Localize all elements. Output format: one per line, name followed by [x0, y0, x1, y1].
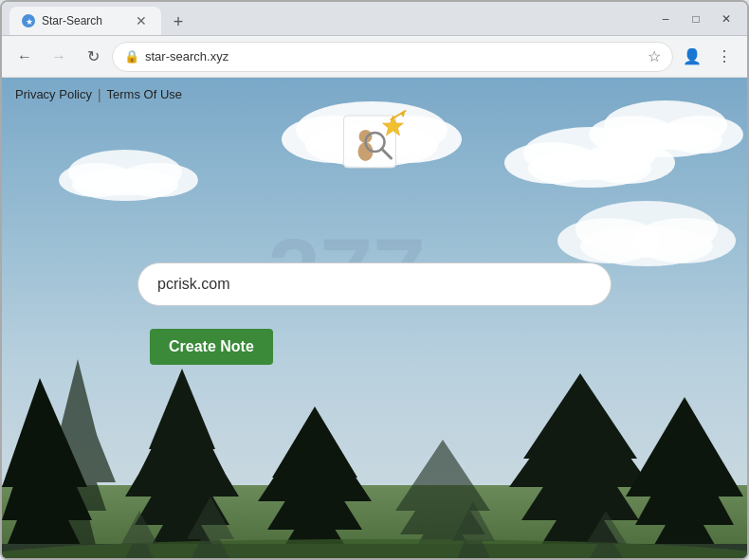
profile-button[interactable]: 👤	[677, 42, 707, 72]
nav-bar: ← → ↻ 🔒 star-search.xyz ☆ 👤 ⋮	[2, 36, 747, 78]
tab-area: ★ Star-Search ✕ +	[9, 2, 649, 35]
svg-marker-33	[149, 369, 215, 449]
back-button[interactable]: ←	[9, 42, 40, 72]
site-logo	[339, 106, 411, 177]
close-button[interactable]: ✕	[713, 6, 740, 32]
trees-layer	[2, 151, 747, 558]
window-controls: – □ ✕	[652, 6, 740, 32]
tab-title: Star-Search	[42, 14, 102, 27]
search-input[interactable]	[137, 262, 612, 306]
maximize-button[interactable]: □	[683, 6, 709, 32]
nav-extras: 👤 ⋮	[677, 42, 740, 72]
lock-icon: 🔒	[124, 49, 139, 63]
terms-of-use-link[interactable]: Terms Of Use	[101, 85, 188, 103]
title-bar: ★ Star-Search ✕ + – □ ✕	[2, 2, 747, 36]
logo-area	[339, 106, 411, 177]
tab-favicon-icon: ★	[21, 13, 36, 28]
top-links: Privacy Policy | Terms Of Use	[9, 85, 188, 103]
create-note-button[interactable]: Create Note	[150, 329, 273, 365]
svg-text:★: ★	[26, 17, 33, 27]
tab-close-button[interactable]: ✕	[133, 12, 150, 29]
bookmark-icon[interactable]: ☆	[648, 47, 661, 65]
new-tab-button[interactable]: +	[165, 9, 192, 35]
menu-button[interactable]: ⋮	[709, 42, 740, 72]
search-bar-container	[137, 262, 612, 306]
reload-button[interactable]: ↻	[78, 42, 108, 72]
privacy-policy-link[interactable]: Privacy Policy	[9, 85, 98, 103]
svg-marker-54	[395, 440, 490, 511]
svg-point-57	[2, 539, 747, 558]
svg-marker-38	[272, 406, 357, 478]
minimize-button[interactable]: –	[652, 6, 679, 32]
url-text: star-search.xyz	[145, 49, 642, 63]
page-content: 277	[2, 78, 747, 558]
forward-button[interactable]: →	[44, 42, 74, 72]
active-tab[interactable]: ★ Star-Search ✕	[9, 7, 161, 35]
svg-marker-47	[626, 397, 743, 497]
address-bar[interactable]: 🔒 star-search.xyz ☆	[112, 42, 673, 72]
svg-marker-43	[523, 373, 637, 459]
browser-window: ★ Star-Search ✕ + – □ ✕ ← → ↻ 🔒 star-sea…	[0, 0, 749, 560]
